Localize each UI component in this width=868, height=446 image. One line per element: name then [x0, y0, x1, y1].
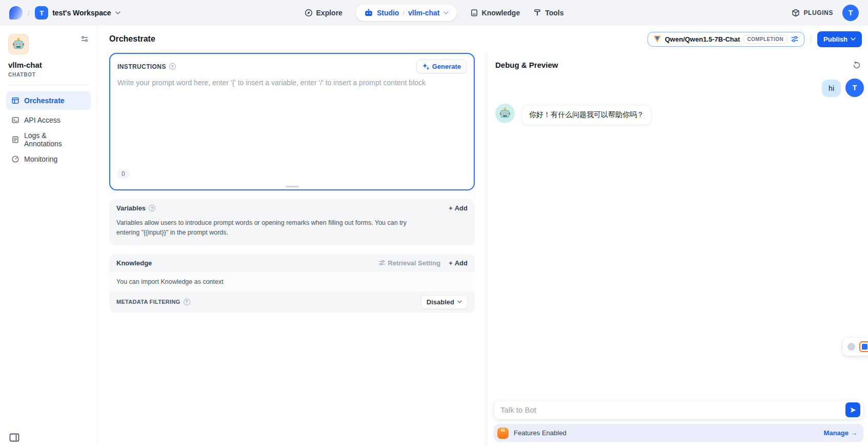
add-knowledge-button[interactable]: + Add: [449, 259, 468, 267]
chevron-down-icon: [457, 300, 462, 303]
app-sidebar: vllm-chat CHATBOT Orchestrate API Access: [0, 26, 97, 446]
chat-input-box: [494, 400, 863, 419]
nav-studio-label: Studio: [377, 9, 399, 17]
robot-icon: [499, 107, 511, 120]
chat-messages: hi T 你好！有什么问题我可以帮助你吗？: [487, 74, 868, 125]
nav-knowledge[interactable]: Knowledge: [470, 9, 520, 17]
model-selector[interactable]: Qwen/Qwen1.5-7B-Chat COMPLETION: [648, 32, 804, 47]
chat-input[interactable]: [500, 405, 845, 414]
workspace-selector[interactable]: T test's Workspace: [35, 6, 120, 20]
retrieval-setting-label: Retrieval Setting: [388, 259, 441, 267]
window-icon: [11, 96, 19, 105]
main-area: Orchestrate Qwen/Qwen1.5-7B-Chat COMPLET…: [97, 26, 868, 446]
metadata-filtering-title: METADATA FILTERING: [116, 299, 180, 305]
topbar-nav: Explore Studio / vllm-chat Knowledge: [305, 0, 564, 26]
sidebar-item-monitoring[interactable]: Monitoring: [6, 150, 91, 168]
chevron-down-icon: [443, 11, 449, 14]
instructions-panel: INSTRUCTIONS ? Generate 0: [109, 53, 475, 190]
char-count-badge: 0: [117, 169, 129, 179]
variables-title: Variables: [116, 204, 146, 212]
app-settings-icon[interactable]: [80, 34, 89, 43]
user-message-bubble: hi: [822, 80, 841, 97]
nav-studio-group[interactable]: Studio / vllm-chat: [356, 5, 457, 21]
arrow-right-icon: →: [851, 429, 857, 437]
cube-icon: [792, 9, 800, 17]
nav-tools-label: Tools: [545, 9, 563, 17]
nav-explore-label: Explore: [316, 9, 342, 17]
topbar-left: / T test's Workspace: [9, 6, 120, 20]
breadcrumb-separator: /: [28, 9, 30, 17]
app-icon[interactable]: [8, 34, 29, 54]
manage-label: Manage: [824, 429, 849, 437]
send-button[interactable]: [845, 402, 860, 417]
metadata-filtering-value: Disabled: [427, 298, 454, 306]
user-message-row: hi T: [495, 79, 864, 97]
sidebar-nav: Orchestrate API Access Logs & Annotation…: [0, 91, 97, 168]
sidebar-item-label: Orchestrate: [24, 96, 65, 105]
bot-message-bubble: 你好！有什么问题我可以帮助你吗？: [521, 105, 652, 125]
user-message-avatar: T: [845, 79, 864, 97]
vllm-icon: [653, 35, 661, 43]
instructions-title: INSTRUCTIONS: [117, 63, 166, 70]
robot-icon: [364, 8, 373, 17]
generate-button[interactable]: Generate: [416, 60, 467, 73]
nav-tools[interactable]: Tools: [533, 9, 563, 17]
knowledge-icon: [470, 9, 478, 17]
user-avatar[interactable]: T: [842, 5, 859, 21]
page-title: Orchestrate: [109, 34, 155, 44]
resize-handle[interactable]: [286, 186, 299, 187]
plus-icon: +: [449, 259, 453, 267]
sidebar-item-logs-annotations[interactable]: Logs & Annotations: [6, 130, 91, 149]
retrieval-settings-icon: [378, 259, 386, 266]
model-mode-badge: COMPLETION: [743, 35, 787, 44]
drag-handle-dot: [847, 343, 855, 351]
debug-preview-title: Debug & Preview: [495, 61, 558, 69]
sidebar-item-api-access[interactable]: API Access: [6, 111, 91, 129]
workspace-avatar: T: [35, 6, 48, 20]
restart-conversation-icon[interactable]: [853, 61, 861, 69]
collapse-sidebar-button[interactable]: [9, 433, 19, 442]
model-name: Qwen/Qwen1.5-7B-Chat: [665, 35, 740, 43]
bot-message-avatar: [495, 104, 515, 123]
plugins-label: PLUGINS: [803, 9, 833, 16]
terminal-icon: [11, 116, 19, 124]
floating-widget[interactable]: [843, 338, 868, 356]
model-settings-icon[interactable]: [791, 35, 799, 43]
header-divider: [811, 35, 811, 43]
help-icon[interactable]: ?: [169, 63, 176, 70]
nav-app-label: vllm-chat: [408, 9, 439, 17]
dify-logo[interactable]: [9, 6, 23, 20]
metadata-filtering-row: METADATA FILTERING ? Disabled: [109, 292, 475, 313]
add-variable-label: Add: [455, 204, 468, 212]
sidebar-item-label: API Access: [24, 116, 60, 124]
app-type-badge: CHATBOT: [8, 72, 89, 77]
publish-button[interactable]: Publish: [817, 31, 862, 47]
add-knowledge-label: Add: [455, 259, 468, 267]
add-variable-button[interactable]: + Add: [449, 204, 468, 212]
sidebar-item-label: Monitoring: [24, 155, 57, 163]
plugins-button[interactable]: PLUGINS: [792, 9, 833, 17]
gauge-icon: [11, 155, 19, 163]
help-icon[interactable]: ?: [184, 299, 190, 305]
sidebar-item-orchestrate[interactable]: Orchestrate: [6, 91, 91, 110]
features-bar: “ Features Enabled Manage →: [494, 424, 863, 442]
manage-features-link[interactable]: Manage →: [824, 429, 857, 437]
main-header: Orchestrate Qwen/Qwen1.5-7B-Chat COMPLET…: [97, 26, 868, 52]
variables-panel: Variables ? + Add Variables allow users …: [109, 199, 475, 245]
metadata-filtering-select[interactable]: Disabled: [421, 295, 468, 309]
document-icon: [11, 135, 19, 144]
publish-label: Publish: [823, 35, 847, 43]
topbar: / T test's Workspace Explore Studio /: [0, 0, 868, 26]
plus-icon: +: [449, 204, 453, 212]
prompt-textarea[interactable]: [117, 79, 467, 167]
orchestrate-column: INSTRUCTIONS ? Generate 0: [97, 52, 487, 446]
retrieval-setting-button[interactable]: Retrieval Setting: [378, 259, 441, 267]
chevron-down-icon: [115, 11, 120, 14]
nav-explore[interactable]: Explore: [305, 9, 342, 17]
generate-label: Generate: [432, 63, 461, 70]
sidebar-item-label: Logs & Annotations: [24, 131, 86, 148]
app-name: vllm-chat: [8, 61, 89, 69]
features-icon: “: [497, 428, 509, 439]
help-icon[interactable]: ?: [149, 205, 155, 211]
knowledge-title: Knowledge: [116, 259, 152, 267]
